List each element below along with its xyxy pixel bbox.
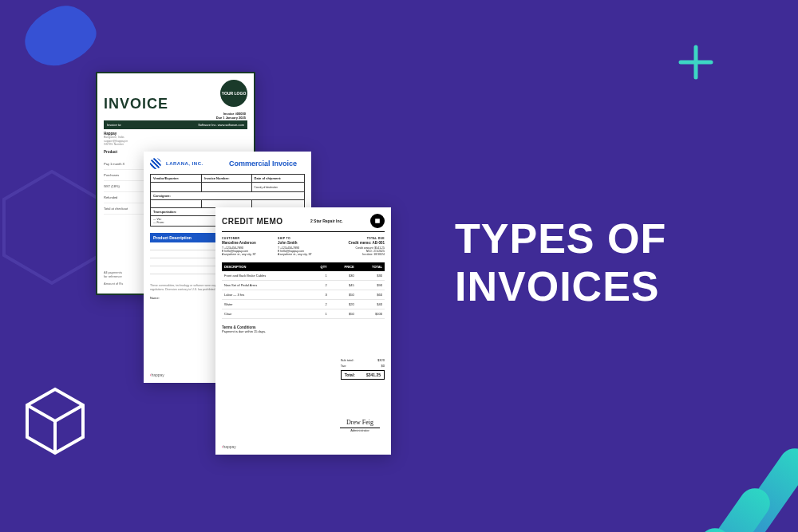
brand-text: happay xyxy=(151,372,164,377)
doc1-band-right: Software Inc. www.software.com xyxy=(198,123,244,127)
stripe-shape xyxy=(637,483,776,532)
doc3-meta: Inv date: 10/10/24 xyxy=(334,253,385,256)
larana-logo-icon xyxy=(150,158,161,169)
doc3-th: QTY xyxy=(308,262,329,271)
doc3-subtotal-value: $320 xyxy=(377,358,385,362)
headline-line-1: TYPES OF xyxy=(455,215,666,263)
doc2-title: Commercial Invoice xyxy=(229,160,297,167)
doc3-col-label: SHIP TO xyxy=(278,237,329,240)
logo-placeholder: YOUR LOGO xyxy=(220,80,247,107)
svg-marker-0 xyxy=(4,171,100,283)
doc3-company: 2 Star Repair Inc. xyxy=(310,219,343,223)
blob-shape xyxy=(17,0,104,74)
brand-text: happay xyxy=(223,444,235,449)
doc3-title: CREDIT MEMO xyxy=(222,217,283,226)
doc3-customer-col: CUSTOMER Marceline Anderson T +123-456-7… xyxy=(222,237,273,256)
doc2-company: LARANA, INC. xyxy=(166,161,203,166)
doc1-footer: All payments for reference Amount of Rs xyxy=(104,270,123,286)
doc3-th: DESCRIPTION xyxy=(222,262,308,271)
brand-logo: ⦂⦂ happay xyxy=(150,372,164,378)
doc1-band: Invoice to: Software Inc. www.software.c… xyxy=(104,120,247,129)
stripe-shape xyxy=(597,522,737,532)
doc3-sig-name: Drew Feig xyxy=(340,419,380,428)
doc1-meta: Invoice #00000 Due 1 January 2025 xyxy=(216,112,246,120)
doc1-foot-line: Amount of Rs xyxy=(104,282,123,286)
table-row: Chair1$50$100 xyxy=(222,309,385,319)
headline-line-2: INVOICES xyxy=(455,263,666,311)
table-row: Labor — 3 hrs3$50$60 xyxy=(222,290,385,300)
doc1-due-date: Due 1 January 2025 xyxy=(216,116,246,120)
doc1-band-left: Invoice to: xyxy=(107,123,121,127)
doc2-th: Vendor/Exporter: xyxy=(151,175,202,183)
doc3-tax-label: Tax: xyxy=(341,364,346,368)
doc3-shipto-col: SHIP TO John Smith T +123-456-7890 E hel… xyxy=(278,237,329,256)
doc3-header: CREDIT MEMO 2 Star Repair Inc. xyxy=(222,214,385,232)
doc3-terms: Terms & Conditions Payment is due within… xyxy=(222,325,385,333)
credit-memo-document: CREDIT MEMO 2 Star Repair Inc. CUSTOMER … xyxy=(215,207,391,455)
page-title: TYPES OF INVOICES xyxy=(455,215,666,311)
doc3-items-table: DESCRIPTION QTY PRICE TOTAL Front and Ba… xyxy=(222,262,385,319)
brand-logo: ⦂⦂ happay xyxy=(222,444,236,450)
doc3-terms-body: Payment is due within 15 days. xyxy=(222,329,385,333)
doc3-contact: A anywhere st., any city, ST xyxy=(278,253,329,256)
doc3-contact: A anywhere st., any city, ST xyxy=(222,253,273,256)
doc3-total-value: $341.25 xyxy=(366,372,381,377)
doc1-foot-line: for reference xyxy=(104,274,123,278)
doc3-tax-value: $0 xyxy=(381,364,385,368)
doc2-th: Invoice Number: xyxy=(202,175,251,183)
doc3-customer-name: Marceline Anderson xyxy=(222,241,273,245)
plus-icon xyxy=(678,44,714,81)
cube-outline-icon xyxy=(24,386,86,456)
doc3-total-label: Total: xyxy=(345,372,355,377)
table-row: Water2$20$40 xyxy=(222,300,385,309)
doc3-th: PRICE xyxy=(330,262,357,271)
doc3-memo-num: Credit memo: AB-001 xyxy=(334,241,385,245)
doc3-col-label: CUSTOMER xyxy=(222,237,273,240)
doc2-trans: — From: xyxy=(153,221,164,224)
table-row: Front and Back Brake Cables1$30$30 xyxy=(222,271,385,281)
doc3-th: TOTAL xyxy=(357,262,385,271)
doc3-columns: CUSTOMER Marceline Anderson T +123-456-7… xyxy=(222,237,385,256)
diamond-stack-icon xyxy=(370,214,385,228)
doc3-total-col: TOTAL DUE Credit memo: AB-001 Credit amo… xyxy=(334,237,385,256)
doc2-th: Date of shipment: xyxy=(251,175,304,183)
doc3-col-label: TOTAL DUE xyxy=(334,237,385,240)
table-row: New Set of Pedal Arms2$45$90 xyxy=(222,281,385,290)
doc2-header: LARANA, INC. Commercial Invoice xyxy=(150,158,305,169)
doc3-shipto-name: John Smith xyxy=(278,241,329,245)
doc3-subtotal-label: Sub total: xyxy=(341,358,354,362)
hexagon-outline-icon xyxy=(0,167,104,290)
doc3-signature: Drew Feig Administrator xyxy=(340,419,380,432)
document-stack: YOUR LOGO INVOICE Invoice #00000 Due 1 J… xyxy=(96,72,415,487)
doc3-totals: Sub total:$320 Tax:$0 Total:$341.25 xyxy=(341,357,385,380)
doc3-sig-role: Administrator xyxy=(340,428,380,432)
doc2-th: Consignee: xyxy=(151,192,305,200)
